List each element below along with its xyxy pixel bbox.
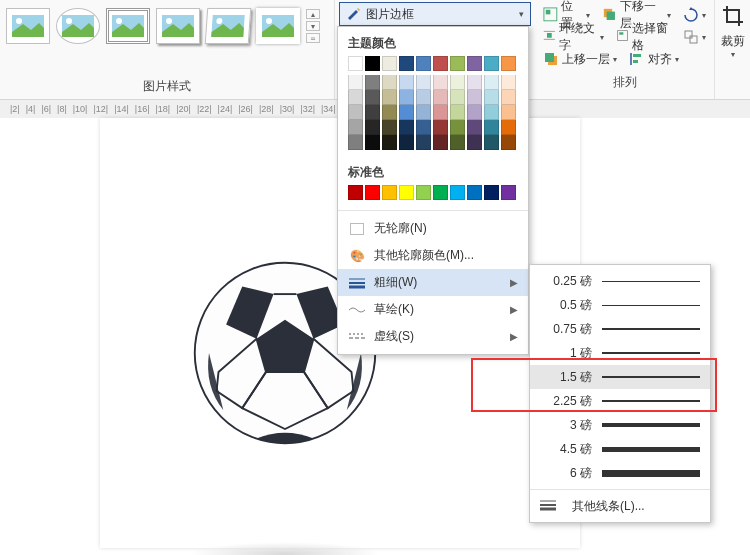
style-thumb[interactable] [106, 8, 150, 44]
color-swatch[interactable] [399, 120, 414, 135]
color-swatch[interactable] [416, 120, 431, 135]
style-thumb[interactable] [256, 8, 300, 44]
color-swatch[interactable] [501, 185, 516, 200]
more-outline-colors-item[interactable]: 🎨其他轮廓颜色(M)... [338, 242, 528, 269]
color-swatch[interactable] [484, 120, 499, 135]
weight-option[interactable]: 3 磅 [530, 413, 710, 437]
color-swatch[interactable] [467, 75, 482, 90]
color-swatch[interactable] [433, 105, 448, 120]
color-swatch[interactable] [416, 185, 431, 200]
more-lines-item[interactable]: 其他线条(L)... [530, 494, 710, 518]
color-swatch[interactable] [433, 56, 448, 71]
weight-option[interactable]: 4.5 磅 [530, 437, 710, 461]
color-swatch[interactable] [450, 56, 465, 71]
color-swatch[interactable] [467, 120, 482, 135]
color-swatch[interactable] [382, 135, 397, 150]
weight-option[interactable]: 2.25 磅 [530, 389, 710, 413]
color-swatch[interactable] [348, 135, 363, 150]
weight-option[interactable]: 0.5 磅 [530, 293, 710, 317]
color-swatch[interactable] [450, 75, 465, 90]
style-thumb[interactable] [6, 8, 50, 44]
weight-option[interactable]: 0.25 磅 [530, 269, 710, 293]
weight-option[interactable]: 6 磅 [530, 461, 710, 485]
color-swatch[interactable] [365, 120, 380, 135]
color-swatch[interactable] [433, 90, 448, 105]
color-swatch[interactable] [484, 56, 499, 71]
color-swatch[interactable] [450, 120, 465, 135]
color-swatch[interactable] [399, 105, 414, 120]
weight-option[interactable]: 1 磅 [530, 341, 710, 365]
crop-button[interactable]: 裁剪 ▾ [721, 4, 745, 59]
color-swatch[interactable] [348, 120, 363, 135]
weight-submenu-item[interactable]: 粗细(W)▶ [338, 269, 528, 296]
no-outline-item[interactable]: 无轮廓(N) [338, 215, 528, 242]
color-swatch[interactable] [450, 90, 465, 105]
picture-border-button[interactable]: 图片边框 ▾ [339, 2, 531, 26]
rotate-button[interactable]: ▾ [679, 6, 710, 24]
sketched-submenu-item[interactable]: 草绘(K)▶ [338, 296, 528, 323]
color-swatch[interactable] [365, 56, 380, 71]
color-swatch[interactable] [467, 105, 482, 120]
color-swatch[interactable] [433, 185, 448, 200]
color-swatch[interactable] [382, 105, 397, 120]
color-swatch[interactable] [484, 135, 499, 150]
color-swatch[interactable] [399, 56, 414, 71]
color-swatch[interactable] [501, 120, 516, 135]
color-swatch[interactable] [348, 105, 363, 120]
picture-styles-gallery[interactable]: ▴▾＝ [0, 0, 334, 44]
dashes-submenu-item[interactable]: 虚线(S)▶ [338, 323, 528, 350]
color-swatch[interactable] [484, 185, 499, 200]
gallery-spinner[interactable]: ▴▾＝ [306, 8, 320, 44]
color-swatch[interactable] [365, 185, 380, 200]
color-swatch[interactable] [365, 135, 380, 150]
color-swatch[interactable] [365, 105, 380, 120]
color-swatch[interactable] [467, 185, 482, 200]
crop-group: 裁剪 ▾ [714, 0, 750, 99]
color-swatch[interactable] [450, 135, 465, 150]
color-swatch[interactable] [484, 90, 499, 105]
color-swatch[interactable] [382, 120, 397, 135]
color-swatch[interactable] [416, 90, 431, 105]
color-swatch[interactable] [365, 75, 380, 90]
color-swatch[interactable] [450, 105, 465, 120]
align-button[interactable]: 对齐▾ [625, 50, 683, 69]
color-swatch[interactable] [399, 75, 414, 90]
color-swatch[interactable] [467, 90, 482, 105]
color-swatch[interactable] [416, 56, 431, 71]
color-swatch[interactable] [382, 185, 397, 200]
color-swatch[interactable] [382, 56, 397, 71]
color-swatch[interactable] [450, 185, 465, 200]
weight-option[interactable]: 0.75 磅 [530, 317, 710, 341]
style-thumb[interactable] [205, 8, 252, 44]
color-swatch[interactable] [348, 90, 363, 105]
color-swatch[interactable] [416, 105, 431, 120]
color-swatch[interactable] [399, 90, 414, 105]
color-swatch[interactable] [382, 75, 397, 90]
color-swatch[interactable] [416, 75, 431, 90]
color-swatch[interactable] [399, 185, 414, 200]
color-swatch[interactable] [484, 75, 499, 90]
style-thumb[interactable] [156, 8, 200, 44]
color-swatch[interactable] [433, 75, 448, 90]
color-swatch[interactable] [382, 90, 397, 105]
color-swatch[interactable] [348, 75, 363, 90]
bring-forward-button[interactable]: 上移一层▾ [539, 50, 621, 69]
color-swatch[interactable] [433, 135, 448, 150]
style-thumb[interactable] [56, 8, 100, 44]
group-button[interactable]: ▾ [679, 28, 710, 46]
color-swatch[interactable] [467, 56, 482, 71]
color-swatch[interactable] [348, 56, 363, 71]
color-swatch[interactable] [484, 105, 499, 120]
color-swatch[interactable] [501, 90, 516, 105]
color-swatch[interactable] [399, 135, 414, 150]
color-swatch[interactable] [433, 120, 448, 135]
color-swatch[interactable] [501, 135, 516, 150]
color-swatch[interactable] [348, 185, 363, 200]
color-swatch[interactable] [467, 135, 482, 150]
color-swatch[interactable] [501, 56, 516, 71]
color-swatch[interactable] [416, 135, 431, 150]
weight-option[interactable]: 1.5 磅 [530, 365, 710, 389]
color-swatch[interactable] [501, 105, 516, 120]
color-swatch[interactable] [365, 90, 380, 105]
color-swatch[interactable] [501, 75, 516, 90]
